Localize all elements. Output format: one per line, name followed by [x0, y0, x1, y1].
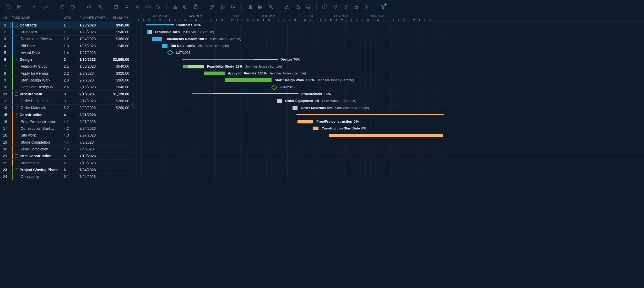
add-person-icon[interactable] [15, 3, 23, 11]
summary-bar[interactable] [146, 24, 174, 25]
task-name-cell[interactable]: Bid Date [10, 42, 62, 49]
table-row[interactable]: 20Final Completion4.57/4/2023 [0, 146, 131, 153]
milestone-marker[interactable] [167, 50, 173, 56]
gantt-row[interactable] [131, 139, 644, 146]
task-bar[interactable] [204, 72, 225, 75]
gantt-row[interactable]: Feasibility Study25%Jennifer Jones (Samp… [131, 63, 644, 70]
table-row[interactable]: 1−Contracts11/23/2023$945.00 [0, 22, 131, 29]
export-icon[interactable] [294, 3, 302, 11]
settings-icon[interactable] [363, 3, 371, 11]
undo-icon[interactable] [31, 3, 39, 11]
fill-icon[interactable] [133, 3, 141, 11]
task-bar[interactable] [225, 78, 272, 82]
task-bar[interactable] [297, 120, 313, 123]
table-row[interactable]: 10Complete Design W...2.42/16/2023$640.0… [0, 84, 131, 91]
redo-icon[interactable] [42, 3, 50, 11]
task-bar[interactable] [293, 106, 298, 110]
task-name-cell[interactable]: −Design [10, 56, 62, 63]
gantt-row[interactable]: Prep/Pre-construction0% [131, 118, 644, 125]
send-icon[interactable] [331, 3, 339, 11]
info-icon[interactable] [321, 3, 329, 11]
gantt-chart[interactable]: JAN, 22 '23JAN, 29 '23FEB, 5 '23FEB, 12 … [131, 14, 644, 288]
task-name-cell[interactable]: −Construction [10, 111, 62, 118]
table-row[interactable]: 5Award Date1.41/27/2023 [0, 49, 131, 56]
collapse-icon[interactable]: − [15, 154, 18, 157]
grid-icon[interactable] [256, 3, 264, 11]
table-row[interactable]: 13Order Materials3.22/20/2023$280.00 [0, 105, 131, 111]
table-row[interactable]: 24Occupancy6.17/24/2023 [0, 173, 131, 180]
gantt-row[interactable] [131, 153, 644, 160]
zoom-icon[interactable] [267, 3, 275, 11]
task-name-cell[interactable]: Start Design Work [10, 77, 62, 83]
task-bar[interactable] [277, 99, 282, 103]
gantt-row[interactable]: Proposals50%Mike Smith (Sample) [131, 29, 644, 35]
filter-icon[interactable] [342, 3, 350, 11]
milestone-icon[interactable] [154, 3, 162, 11]
table-row[interactable]: 2Proposals1.11/23/2023$540.00 [0, 29, 131, 35]
table-row[interactable]: 15−Construction42/21/2023 [0, 111, 131, 118]
task-bar[interactable] [329, 134, 443, 137]
unlink-icon[interactable] [96, 3, 104, 11]
header-task-name[interactable]: TASK NAME [10, 14, 62, 21]
task-name-cell[interactable]: Apply for Permits [10, 70, 62, 77]
gantt-row[interactable]: Order Materials0%Sam Watson (Sample) [131, 105, 644, 111]
table-row[interactable]: 17Construction Start ...4.22/24/2023 [0, 125, 131, 132]
table-row[interactable]: 4Bid Date1.31/26/2023$45.00 [0, 42, 131, 49]
filter-active-icon[interactable] [379, 3, 387, 11]
gantt-row[interactable]: Contracts90% [131, 22, 644, 29]
milestone-marker[interactable] [271, 84, 277, 90]
task-name-cell[interactable]: −Procurement [10, 91, 62, 97]
collapse-icon[interactable]: − [15, 113, 18, 116]
table-row[interactable]: 7Feasibility Study2.11/30/2023$640.00 [0, 63, 131, 70]
collapse-icon[interactable]: − [15, 58, 18, 61]
gantt-row[interactable]: Procurement19% [131, 91, 644, 97]
gantt-row[interactable]: Documents Review100%Mike Smith (Sample) [131, 36, 644, 42]
link-icon[interactable] [85, 3, 93, 11]
task-name-cell[interactable]: Award Date [10, 49, 62, 56]
header-planned-start[interactable]: PLANNED START ... [78, 14, 111, 21]
add-task-icon[interactable] [4, 3, 12, 11]
collapse-icon[interactable]: − [15, 168, 18, 171]
comment-icon[interactable] [229, 3, 237, 11]
header-all[interactable]: All [0, 14, 10, 21]
gantt-row[interactable] [131, 160, 644, 166]
gantt-row[interactable]: Apply for Permits100%Jennifer Jones (Sam… [131, 70, 644, 77]
cut-icon[interactable] [171, 3, 179, 11]
table-row[interactable]: 22Inspections5.17/10/2023 [0, 160, 131, 166]
table-row[interactable]: 3Documents Review1.21/24/2023$360.00 [0, 36, 131, 42]
task-name-cell[interactable]: Feasibility Study [10, 63, 62, 70]
task-name-cell[interactable]: Documents Review [10, 36, 62, 42]
table-row[interactable]: 18Site work4.32/27/2023 [0, 132, 131, 139]
attachment-icon[interactable] [208, 3, 216, 11]
task-name-cell[interactable]: Stage Completion [10, 139, 62, 145]
gantt-row[interactable] [131, 166, 644, 173]
indent-icon[interactable] [69, 3, 77, 11]
task-bar[interactable] [183, 65, 204, 68]
task-name-cell[interactable]: Proposals [10, 29, 62, 35]
task-name-cell[interactable]: Final Completion [10, 146, 62, 152]
table-row[interactable]: 8Apply for Permits2.22/3/2023$320.00 [0, 70, 131, 77]
task-name-cell[interactable]: −Contracts [10, 22, 62, 28]
task-bar[interactable] [313, 127, 318, 130]
table-row[interactable]: 23−Project Closing Phase67/24/2023 [0, 166, 131, 173]
task-name-cell[interactable]: Order Materials [10, 105, 62, 111]
table-row[interactable]: 19Stage Completion4.47/3/2023 [0, 139, 131, 146]
table-row[interactable]: 21−Post Construction57/10/2023 [0, 153, 131, 160]
summary-bar[interactable] [182, 59, 278, 60]
gantt-row[interactable] [131, 111, 644, 118]
table-row[interactable]: 12Order Equipment3.12/17/2023$280.00 [0, 97, 131, 104]
gantt-row[interactable]: 1/27/2023 [131, 49, 644, 56]
task-name-cell[interactable]: Complete Design W... [10, 84, 62, 90]
outdent-icon[interactable] [58, 3, 66, 11]
task-name-cell[interactable]: −Project Closing Phase [10, 166, 62, 173]
task-name-cell[interactable]: −Post Construction [10, 153, 62, 159]
table-row[interactable]: 11−Procurement32/1/2023$1,120.00 [0, 91, 131, 97]
collapse-icon[interactable]: − [15, 93, 18, 96]
lock-icon[interactable] [352, 3, 360, 11]
task-name-cell[interactable]: Occupancy [10, 173, 62, 180]
gantt-row[interactable] [131, 173, 644, 180]
task-name-cell[interactable]: Prep/Pre-construction [10, 118, 62, 125]
copy-icon[interactable] [181, 3, 189, 11]
gantt-row[interactable]: Start Design Work100%Jennifer Jones (Sam… [131, 77, 644, 84]
notes-icon[interactable] [219, 3, 227, 11]
